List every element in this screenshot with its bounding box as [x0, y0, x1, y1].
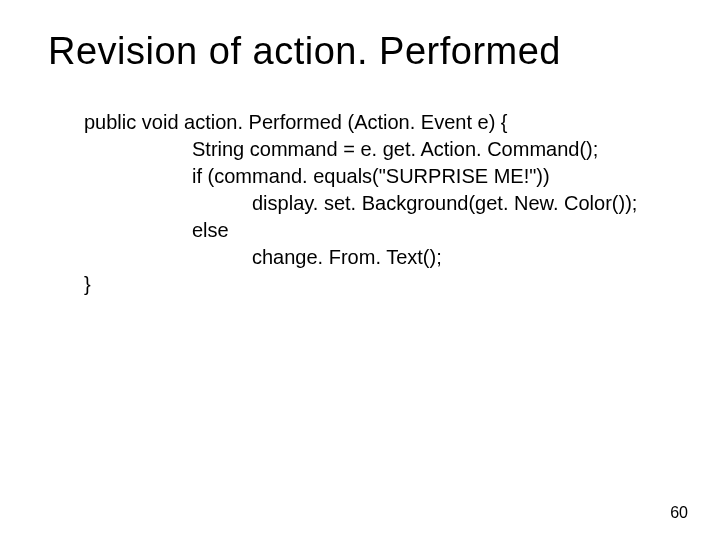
code-line: }	[84, 271, 672, 298]
code-block: public void action. Performed (Action. E…	[84, 109, 672, 298]
code-line: change. From. Text();	[252, 244, 672, 271]
code-line: display. set. Background(get. New. Color…	[252, 190, 672, 217]
code-line: else	[192, 217, 672, 244]
slide: Revision of action. Performed public voi…	[0, 0, 720, 540]
slide-title: Revision of action. Performed	[48, 30, 672, 73]
code-line: public void action. Performed (Action. E…	[84, 109, 672, 136]
page-number: 60	[670, 504, 688, 522]
code-line: if (command. equals("SURPRISE ME!"))	[192, 163, 672, 190]
code-line: String command = e. get. Action. Command…	[192, 136, 672, 163]
